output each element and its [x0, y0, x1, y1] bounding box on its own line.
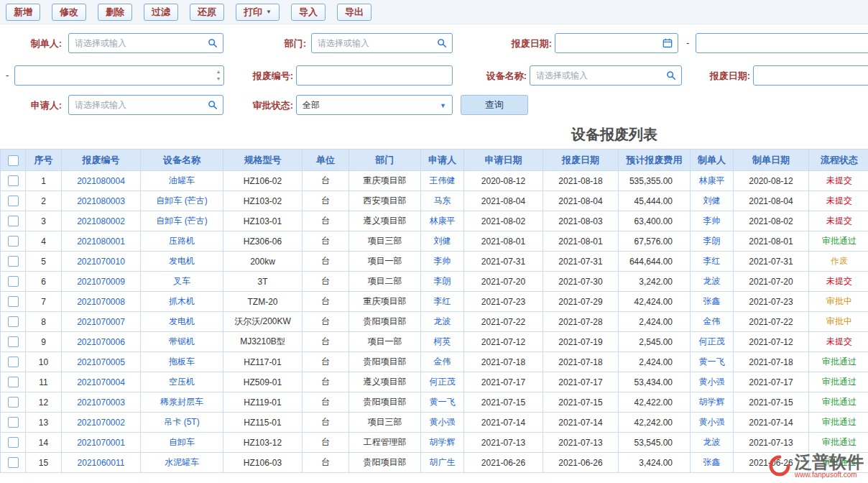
applicant-link[interactable]: 李红 [421, 292, 464, 312]
device-name-link[interactable]: 带锯机 [141, 332, 223, 352]
scrap-code-link[interactable]: 2021080003 [62, 191, 141, 211]
applicant-link[interactable]: 何正茂 [421, 372, 464, 392]
device-name-link[interactable]: 发电机 [141, 312, 223, 332]
applicant-input[interactable] [68, 95, 223, 115]
print-button[interactable]: 打印▼ [236, 4, 280, 21]
calendar-icon[interactable] [662, 38, 673, 48]
device-name-link[interactable]: 压路机 [141, 231, 223, 252]
row-checkbox[interactable] [8, 437, 19, 448]
filter-button[interactable]: 过滤 [144, 4, 178, 21]
restore-button[interactable]: 还原 [190, 4, 224, 21]
applicant-link[interactable]: 龙波 [421, 312, 464, 332]
column-header[interactable]: 报废日期 [543, 150, 619, 171]
add-button[interactable]: 新增 [6, 4, 40, 21]
export-button[interactable]: 导出 [337, 4, 371, 21]
device-name-link[interactable]: 水泥罐车 [141, 453, 223, 473]
device-name-link[interactable]: 发电机 [141, 252, 223, 272]
column-header[interactable]: 单位 [303, 150, 349, 171]
applicant-link[interactable]: 林康平 [421, 211, 464, 231]
row-checkbox[interactable] [8, 397, 19, 408]
maker-input[interactable] [68, 33, 223, 53]
maker-link[interactable]: 龙波 [691, 433, 734, 453]
scrap-code-link[interactable]: 2021070002 [62, 413, 141, 433]
column-header[interactable]: 报废编号 [62, 150, 141, 171]
column-header[interactable]: 申请人 [421, 150, 464, 171]
applicant-link[interactable]: 刘健 [421, 231, 464, 252]
scrap-code-link[interactable]: 2021070009 [62, 272, 141, 292]
device-name-link[interactable]: 稀浆封层车 [141, 392, 223, 413]
date-spinner-input[interactable]: ▴▾ [14, 65, 224, 86]
search-icon[interactable] [208, 38, 218, 48]
device-name-link[interactable]: 自卸车 (芒古) [141, 211, 223, 231]
row-checkbox[interactable] [8, 256, 19, 267]
maker-link[interactable]: 黄小强 [691, 413, 734, 433]
applicant-link[interactable]: 黄小强 [421, 413, 464, 433]
scrap-code-link[interactable]: 2021070003 [62, 392, 141, 413]
applicant-link[interactable]: 李帅 [421, 252, 464, 272]
scrap-date-end-field[interactable] [696, 34, 867, 52]
device-name-link[interactable]: 抓木机 [141, 292, 223, 312]
maker-input-field[interactable] [69, 34, 201, 52]
scrap-code-link[interactable]: 2021080002 [62, 211, 141, 231]
scrap-code-link[interactable]: 2021070005 [62, 352, 141, 372]
maker-link[interactable]: 龙波 [691, 272, 734, 292]
scrap-code-link[interactable]: 2021060011 [62, 453, 141, 473]
row-checkbox[interactable] [8, 356, 19, 367]
maker-link[interactable]: 黄小强 [691, 372, 734, 392]
scrap-date2-input[interactable] [753, 65, 868, 86]
column-header[interactable]: 申请日期 [464, 150, 543, 171]
maker-link[interactable]: 刘健 [691, 191, 734, 211]
device-name-link[interactable]: 空压机 [141, 372, 223, 392]
scrap-code-link[interactable]: 2021070007 [62, 312, 141, 332]
scrap-date-start-field[interactable] [555, 34, 656, 52]
applicant-link[interactable]: 胡广生 [421, 453, 464, 473]
scrap-no-field[interactable] [297, 66, 445, 85]
row-checkbox[interactable] [8, 216, 19, 226]
device-name-link[interactable]: 叉车 [141, 272, 223, 292]
column-header[interactable]: 序号 [26, 150, 62, 171]
maker-link[interactable]: 李红 [691, 252, 734, 272]
maker-link[interactable]: 林康平 [691, 171, 734, 191]
maker-link[interactable]: 胡学辉 [691, 392, 734, 413]
scrap-code-link[interactable]: 2021070010 [62, 252, 141, 272]
device-name-link[interactable]: 吊卡 (5T) [141, 413, 223, 433]
device-name-link[interactable]: 油罐车 [141, 171, 223, 191]
approval-status-select[interactable]: 全部 ▼ [296, 95, 453, 115]
scrap-code-link[interactable]: 2021080001 [62, 231, 141, 252]
search-icon[interactable] [666, 70, 676, 80]
scrap-code-link[interactable]: 2021070001 [62, 433, 141, 453]
maker-link[interactable]: 李朗 [691, 231, 734, 252]
device-name-input[interactable] [530, 65, 682, 86]
search-icon[interactable] [208, 100, 218, 110]
edit-button[interactable]: 修改 [52, 4, 86, 21]
row-checkbox[interactable] [8, 417, 19, 428]
query-button[interactable]: 查询 [461, 95, 528, 115]
maker-link[interactable]: 何正茂 [691, 332, 734, 352]
applicant-link[interactable]: 黄一飞 [421, 392, 464, 413]
scrap-date2-field[interactable] [754, 66, 867, 85]
device-name-link[interactable]: 自卸车 (芒古) [141, 191, 223, 211]
row-checkbox[interactable] [8, 296, 19, 307]
row-checkbox[interactable] [8, 377, 19, 387]
maker-link[interactable]: 张鑫 [691, 292, 734, 312]
import-button[interactable]: 导入 [291, 4, 326, 21]
row-checkbox[interactable] [8, 336, 19, 347]
applicant-link[interactable]: 马东 [421, 191, 464, 211]
spinner-arrows-icon[interactable]: ▴▾ [217, 68, 220, 83]
maker-link[interactable]: 金伟 [691, 312, 734, 332]
column-header[interactable]: 流程状态 [809, 150, 868, 171]
row-checkbox[interactable] [8, 196, 19, 206]
scrap-code-link[interactable]: 2021070004 [62, 372, 141, 392]
device-name-link[interactable]: 拖板车 [141, 352, 223, 372]
scrap-date-end-input[interactable] [696, 33, 868, 53]
applicant-link[interactable]: 胡学辉 [421, 433, 464, 453]
scrap-code-link[interactable]: 2021070006 [62, 332, 141, 352]
maker-link[interactable]: 李帅 [691, 211, 734, 231]
column-header[interactable]: 制单人 [691, 150, 734, 171]
scrap-no-input[interactable] [296, 65, 453, 86]
column-header[interactable]: 预计报废费用 [619, 150, 691, 171]
row-checkbox[interactable] [8, 316, 19, 327]
row-checkbox[interactable] [8, 457, 19, 468]
search-icon[interactable] [437, 38, 447, 48]
dept-input-field[interactable] [312, 34, 430, 52]
